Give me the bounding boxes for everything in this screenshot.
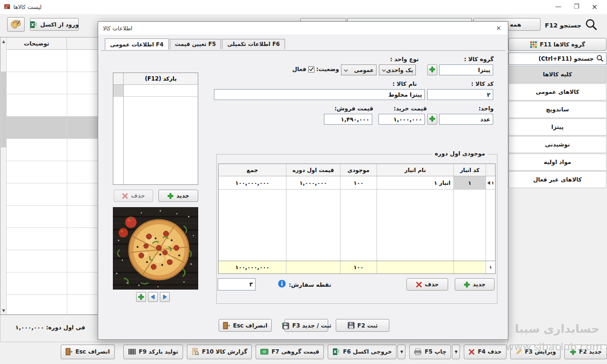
new-toolbar-button[interactable]: جدید F2	[564, 345, 607, 359]
total-header[interactable]: جمع	[219, 164, 286, 176]
goods-report-button[interactable]: گزارش کالا F10	[187, 345, 252, 359]
list-scrollbar[interactable]: ▲ ▼	[0, 37, 7, 314]
dialog-cancel-button[interactable]: انصراف Esc	[219, 319, 272, 332]
chevron-down-icon: ▼	[400, 350, 403, 354]
close-button[interactable]: ✕	[591, 3, 598, 11]
summary-quantity: ۱۰۰	[340, 261, 377, 273]
plus-icon	[429, 115, 435, 124]
sidebar-item-general-goods[interactable]: کالاهای عمومی	[508, 83, 607, 100]
sidebar-item-drinks[interactable]: نوشیدنی	[508, 136, 607, 153]
group-input[interactable]: پیتزا	[439, 64, 493, 75]
barcode-marker-header	[113, 73, 124, 84]
sidebar-item-sandwich[interactable]: ساندویچ	[508, 101, 607, 118]
bottom-toolbar: انصراف Esc تولید بارکد F9 گزارش کالا F10…	[61, 344, 607, 359]
sidebar-item-pizza[interactable]: پیتزا	[508, 118, 607, 136]
inventory-table: کد انبار نام انبار موجودی قیمت اول دوره …	[218, 164, 496, 274]
code-input[interactable]: ۲	[427, 89, 493, 100]
save-and-new-button[interactable]: ثبت / جدید F3	[285, 319, 328, 332]
previous-photo-button[interactable]	[148, 292, 158, 302]
initial-price-cell[interactable]: ۱,۰۰۰,۰۰۰	[286, 176, 340, 189]
groups-header-button[interactable]: گروه کالاها F11	[508, 38, 607, 51]
edit-toolbar-button[interactable]: ویرایش F3	[510, 345, 561, 359]
add-photo-button[interactable]	[136, 292, 146, 302]
initial-price-header[interactable]: قیمت اول دوره	[286, 164, 340, 176]
summary-marker: ۱	[486, 261, 495, 273]
scroll-down-icon[interactable]: ▼	[0, 307, 7, 314]
app-icon	[4, 3, 10, 12]
row-marker-number: ۱	[491, 181, 494, 185]
save-button[interactable]: ثبت F2	[336, 319, 389, 332]
plus-icon	[570, 349, 576, 355]
group-pricing-button[interactable]: قیمت گروهی F7	[256, 345, 324, 359]
quantity-header[interactable]: موجودی	[340, 164, 377, 176]
warehouse-code-header[interactable]: کد انبار	[453, 164, 486, 176]
product-info-dialog: اطلاعات کالا ✕ اطلاعات عمومی F4 تعیین قی…	[98, 21, 508, 340]
scope-select[interactable]: عمومی	[341, 64, 377, 75]
name-input[interactable]: پیتزا مخلوط	[214, 89, 425, 100]
groups-search-input[interactable]: جستجو (Ctrl+F11)	[508, 53, 607, 65]
pencil-icon	[515, 348, 522, 355]
generate-barcode-button[interactable]: تولید بارکد F9	[123, 345, 183, 359]
barcode-header[interactable]: بارکد (F12)	[124, 73, 198, 84]
barcode-empty-area	[113, 97, 198, 184]
sidebar-item-raw-materials[interactable]: مواد اولیه	[508, 154, 607, 171]
add-unit-button[interactable]	[427, 114, 437, 125]
delete-x-icon	[416, 282, 422, 288]
export-excel-dropdown[interactable]: ▼	[397, 345, 405, 359]
barcode-delete-button[interactable]: حذف	[114, 190, 153, 202]
style-button[interactable]	[7, 17, 25, 32]
groups-grid-icon	[530, 41, 537, 48]
import-excel-button[interactable]: ورود از اکسل	[30, 18, 79, 31]
scrollbar-thumb[interactable]	[1, 72, 6, 147]
door-icon	[65, 348, 73, 355]
inventory-data-row[interactable]: ۱ ۱ انبار ۱ ۱۰۰ ۱,۰۰۰,۰۰۰ ۱۰۰,۰۰۰,۰۰۰	[219, 176, 495, 190]
app-window: لیست کالاها — ❐ ✕ ورود از اکسل همه موارد…	[0, 0, 607, 364]
print-dropdown[interactable]: ▼	[452, 345, 460, 359]
minimize-button[interactable]: —	[555, 3, 561, 11]
warehouse-name-header[interactable]: نام انبار	[377, 164, 453, 176]
buy-price-label: قیمت خرید:	[394, 105, 427, 112]
sidebar-item-inactive-goods[interactable]: کالاهای غیر فعال	[508, 171, 607, 188]
order-point-group: نقطه سفارش:	[278, 280, 331, 290]
export-excel-button[interactable]: خروجی اکسل F6	[328, 345, 396, 359]
sidebar-item-all-goods[interactable]: کلیه کالاها	[508, 66, 607, 83]
add-group-button[interactable]	[427, 64, 437, 75]
inventory-delete-button[interactable]: حذف	[406, 278, 448, 291]
unit-input[interactable]: عدد	[439, 114, 493, 125]
sell-price-input[interactable]: ۱,۴۹۰,۰۰۰	[324, 114, 372, 125]
status-group: وضعیت: فعال	[292, 66, 339, 73]
inventory-header-row: کد انبار نام انبار موجودی قیمت اول دوره …	[219, 164, 495, 176]
print-button[interactable]: چاپ F5	[409, 345, 451, 359]
inventory-new-button[interactable]: جدید	[455, 278, 495, 291]
info-icon	[278, 280, 286, 290]
next-photo-button[interactable]	[160, 292, 170, 302]
dialog-title: اطلاعات کالا	[103, 25, 132, 32]
warehouse-name-cell[interactable]: انبار ۱	[377, 176, 453, 189]
tab-additional-info[interactable]: اطلاعات تکمیلی F6	[222, 39, 285, 49]
buy-price-input[interactable]: ۱,۰۰۰,۰۰۰	[378, 114, 425, 125]
unit-type-label: نوع واحد :	[390, 56, 419, 63]
dialog-close-icon[interactable]: ✕	[494, 25, 503, 32]
order-point-input[interactable]: ۳	[218, 278, 256, 291]
column-header-descriptions[interactable]: توضیحات	[7, 37, 67, 49]
maximize-button[interactable]: ❐	[574, 3, 579, 11]
photo-nav	[136, 292, 170, 302]
active-label: فعال	[292, 66, 306, 73]
search-f12-group[interactable]: جستجو F12	[545, 18, 598, 33]
barcode-header-row: بارکد (F12)	[113, 73, 198, 85]
code-label: کد کالا :	[471, 81, 494, 87]
quantity-cell[interactable]: ۱۰۰	[340, 176, 377, 189]
cancel-toolbar-button[interactable]: انصراف Esc	[61, 345, 115, 359]
tab-pricing[interactable]: تعیین قیمت F5	[170, 39, 221, 49]
delete-toolbar-button[interactable]: حذف F4	[464, 345, 506, 359]
active-checkbox[interactable]	[308, 66, 314, 73]
total-cell[interactable]: ۱۰۰,۰۰۰,۰۰۰	[219, 176, 286, 189]
product-photo	[113, 207, 198, 290]
barcode-empty-row[interactable]	[113, 85, 198, 97]
warehouse-code-cell[interactable]: ۱	[453, 176, 486, 189]
tab-general-info[interactable]: اطلاعات عمومی F4	[105, 38, 169, 50]
inventory-summary-row: ۱ ۱۰۰ ۱۰۰,۰۰۰,۰۰۰	[219, 261, 495, 273]
unit-type-select[interactable]: یک واحدی	[379, 64, 416, 75]
scroll-up-icon[interactable]: ▲	[0, 37, 7, 45]
barcode-new-button[interactable]: جدید	[158, 190, 198, 202]
